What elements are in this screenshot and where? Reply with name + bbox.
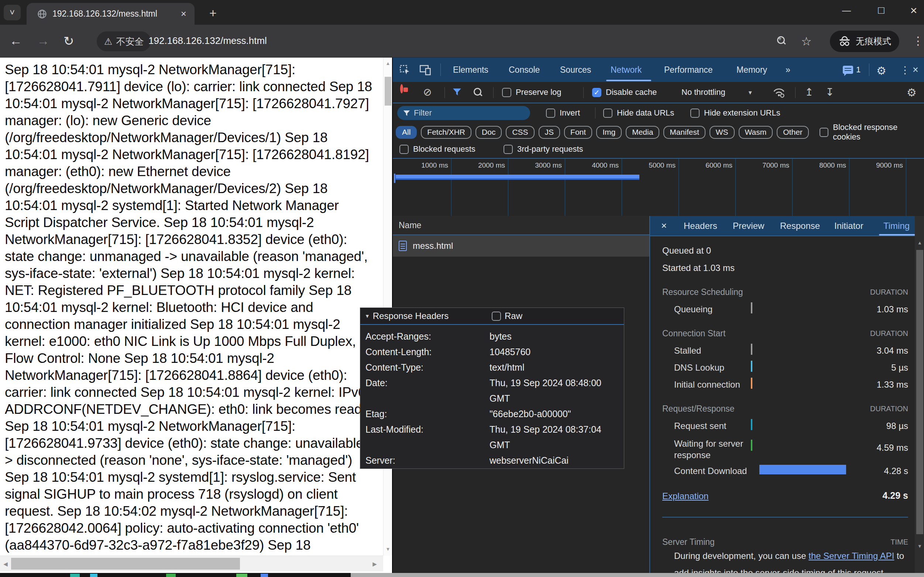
incognito-badge[interactable]: 无痕模式 <box>830 31 899 52</box>
preserve-log-checkbox[interactable]: Preserve log <box>502 87 562 97</box>
browser-tab[interactable]: 192.168.126.132/mess.html × <box>27 3 195 25</box>
scroll-up-icon[interactable]: ▲ <box>383 58 392 68</box>
tab-response[interactable]: Response <box>780 216 820 235</box>
explanation-link[interactable]: Explanation <box>662 491 708 501</box>
disable-cache-checkbox[interactable]: ✓ Disable cache <box>592 87 657 97</box>
chip-wasm[interactable]: Wasm <box>739 126 773 139</box>
page-horizontal-scrollbar[interactable]: ◀ ▶ <box>0 556 383 571</box>
inspect-element-button[interactable] <box>399 64 411 77</box>
close-icon: × <box>661 220 667 232</box>
header-row: Last-Modified:Thu, 19 Sep 2024 08:37:04 … <box>360 422 624 453</box>
devtools-close-button[interactable]: × <box>913 64 918 76</box>
console-messages-button[interactable]: 1 <box>843 65 861 74</box>
tab-timing[interactable]: Timing <box>884 216 910 235</box>
tab-initiator[interactable]: Initiator <box>834 216 863 235</box>
chip-ws[interactable]: WS <box>710 126 735 139</box>
hide-extension-urls-checkbox[interactable]: Hide extension URLs <box>690 108 781 118</box>
tab-close-icon[interactable]: × <box>181 8 187 19</box>
chip-all[interactable]: All <box>396 126 417 139</box>
maximize-button[interactable]: □ <box>865 0 897 21</box>
back-button[interactable]: ← <box>10 34 22 48</box>
devtools-menu-button[interactable]: ⋮ <box>900 64 910 76</box>
chip-doc[interactable]: Doc <box>475 126 502 139</box>
timing-row-value: 1.03 ms <box>816 304 908 314</box>
bookmark-button[interactable]: ☆ <box>801 34 812 48</box>
import-har-button[interactable]: ↥ <box>805 86 813 98</box>
timeline-tick: 5000 ms <box>621 161 676 169</box>
scroll-left-icon[interactable]: ◀ <box>0 556 11 572</box>
scroll-down-icon[interactable]: ▼ <box>915 541 924 551</box>
server-timing-api-link[interactable]: the Server Timing API <box>808 551 894 561</box>
blocked-requests-checkbox[interactable]: Blocked requests <box>399 144 475 154</box>
more-tabs-button[interactable]: » <box>786 58 790 82</box>
throttling-select[interactable]: No throttling ▼ <box>681 87 753 97</box>
request-detail-pane: × Headers Preview Response Initiator Tim… <box>650 216 924 577</box>
network-settings-button[interactable]: ⚙ <box>907 86 917 99</box>
more-filters-bar: Blocked requests 3rd-party requests <box>393 142 924 158</box>
chip-css[interactable]: CSS <box>506 126 534 139</box>
filter-input[interactable]: Filter <box>397 106 530 120</box>
third-party-requests-checkbox[interactable]: 3rd-party requests <box>504 144 583 154</box>
tab-memory[interactable]: Memory <box>736 58 767 82</box>
devtools-settings-button[interactable]: ⚙ <box>876 64 886 77</box>
section-divider <box>662 517 908 517</box>
network-filter-bar: Filter Invert Hide data URLs Hide extens… <box>393 103 924 122</box>
waterfall-overview-bar <box>396 175 639 180</box>
scroll-up-icon[interactable]: ▲ <box>915 237 924 248</box>
scroll-down-icon[interactable]: ▼ <box>383 544 392 554</box>
raw-checkbox[interactable]: Raw <box>492 311 522 321</box>
chip-fetch-xhr[interactable]: Fetch/XHR <box>421 126 472 139</box>
clear-network-log-button[interactable]: ⊘ <box>423 86 431 98</box>
request-row-selected[interactable]: mess.html <box>393 235 649 256</box>
close-icon: × <box>910 4 918 17</box>
tab-preview[interactable]: Preview <box>733 216 764 235</box>
vertical-scroll-thumb[interactable] <box>385 77 391 106</box>
forward-button[interactable]: → <box>37 34 50 48</box>
browser-menu-button[interactable]: ⋮ <box>913 34 924 47</box>
zoom-page-button[interactable]: + <box>777 36 786 47</box>
header-row: Content-Length:10485760 <box>360 344 624 359</box>
tab-elements[interactable]: Elements <box>453 58 488 82</box>
chip-img[interactable]: Img <box>596 126 622 139</box>
timeline-selection-handle[interactable] <box>394 174 395 183</box>
collapse-caret-icon[interactable]: ▼ <box>365 313 370 319</box>
tab-network[interactable]: Network <box>610 58 642 82</box>
tab-performance[interactable]: Performance <box>664 58 713 82</box>
active-tab-underline <box>606 80 651 81</box>
network-conditions-button[interactable] <box>772 86 786 100</box>
page-vertical-scrollbar[interactable]: ▲ ▼ <box>383 58 392 556</box>
device-toolbar-button[interactable] <box>419 64 432 77</box>
minimize-button[interactable]: — <box>831 0 862 21</box>
horizontal-scroll-thumb[interactable] <box>11 558 240 570</box>
tab-sources[interactable]: Sources <box>560 58 591 82</box>
address-bar-url[interactable]: 192.168.126.132/mess.html <box>148 35 267 47</box>
chip-media[interactable]: Media <box>626 126 659 139</box>
chip-other[interactable]: Other <box>777 126 809 139</box>
console-message-count: 1 <box>856 65 861 74</box>
filter-toggle-button[interactable] <box>452 88 462 97</box>
export-har-button[interactable]: ↧ <box>826 86 834 98</box>
invert-checkbox[interactable]: Invert <box>546 108 580 118</box>
tab-headers[interactable]: Headers <box>684 216 717 235</box>
chip-js[interactable]: JS <box>539 126 560 139</box>
record-network-log-button[interactable] <box>400 85 403 92</box>
detail-close-button[interactable]: × <box>661 216 667 235</box>
security-chip[interactable]: ⚠ 不安全 <box>97 31 151 51</box>
scroll-right-icon[interactable]: ▶ <box>369 556 380 572</box>
window-close-button[interactable]: × <box>898 0 924 21</box>
search-network-button[interactable] <box>473 87 483 98</box>
hide-data-urls-checkbox[interactable]: Hide data URLs <box>603 108 674 118</box>
blocked-response-cookies-checkbox[interactable]: Blocked response cookies <box>819 122 924 142</box>
header-row: Accept-Ranges:bytes <box>360 329 624 344</box>
detail-scroll-thumb[interactable] <box>916 250 923 534</box>
detail-scrollbar[interactable]: ▲ ▼ <box>915 216 924 577</box>
tab-console[interactable]: Console <box>509 58 540 82</box>
chip-manifest[interactable]: Manifest <box>663 126 705 139</box>
new-tab-button[interactable]: + <box>204 5 222 21</box>
tab-search-button[interactable]: ˅ <box>4 5 21 20</box>
chip-font[interactable]: Font <box>564 126 592 139</box>
column-header-name[interactable]: Name <box>393 216 649 235</box>
network-overview-timeline[interactable]: 1000 ms 2000 ms 3000 ms 4000 ms 5000 ms … <box>393 158 924 216</box>
reload-button[interactable]: ↻ <box>63 34 74 48</box>
timeline-tick: 2000 ms <box>451 161 505 169</box>
